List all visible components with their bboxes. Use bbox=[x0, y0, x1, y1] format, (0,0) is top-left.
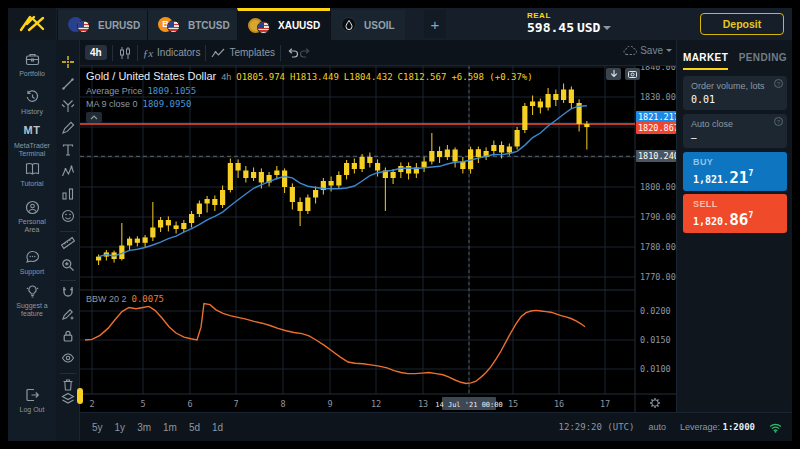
sidebar-item-personal-area[interactable]: Personal Area bbox=[8, 200, 56, 234]
svg-text:7: 7 bbox=[233, 399, 238, 409]
range-1d[interactable]: 1d bbox=[212, 422, 223, 433]
indicator-label: Average Price bbox=[86, 86, 142, 96]
remove-drawings-trash-icon[interactable] bbox=[61, 378, 75, 392]
bbw-label: BBW 20 2 bbox=[86, 294, 127, 304]
pitchfork-tool-icon[interactable] bbox=[61, 99, 75, 113]
indicators-label: Indicators bbox=[157, 47, 200, 58]
sidebar-item-label: History bbox=[8, 108, 56, 116]
sidebar-item-metatrader[interactable]: MT MetaTrader Terminal bbox=[8, 124, 56, 158]
svg-text:13: 13 bbox=[418, 399, 428, 409]
svg-text:1830.000: 1830.000 bbox=[640, 92, 676, 102]
tab-label: EURUSD bbox=[98, 20, 140, 31]
timezone-mode[interactable]: auto bbox=[648, 422, 666, 432]
sidebar-item-label: Tutorial bbox=[8, 180, 56, 188]
sidebar-item-label: Suggest a feature bbox=[11, 302, 53, 318]
text-tool-icon[interactable] bbox=[61, 143, 75, 157]
emoji-tool-icon[interactable] bbox=[61, 209, 75, 223]
indicators-button[interactable]: ƒx Indicators bbox=[143, 47, 201, 59]
svg-text:1820.867: 1820.867 bbox=[638, 123, 676, 133]
svg-text:1770.000: 1770.000 bbox=[640, 272, 676, 282]
oil-drop-icon bbox=[341, 17, 358, 33]
help-icon[interactable]: ? bbox=[774, 117, 783, 126]
tab-eurusd[interactable]: EURUSD bbox=[57, 10, 150, 40]
sidebar-item-label: Portfolio bbox=[8, 70, 56, 78]
ohlc-low: L1804.432 bbox=[344, 72, 393, 82]
tab-usoil[interactable]: USOIL bbox=[330, 10, 405, 40]
tab-xauusd[interactable]: XAUUSD bbox=[237, 8, 330, 40]
connection-signal-icon bbox=[769, 422, 782, 433]
gold-usd-flags-icon bbox=[248, 18, 272, 34]
save-layout-button[interactable]: Save bbox=[623, 45, 672, 56]
sidebar-item-label: Personal Area bbox=[12, 218, 52, 234]
svg-text:5: 5 bbox=[140, 399, 145, 409]
trend-line-tool-icon[interactable] bbox=[61, 77, 75, 91]
templates-button[interactable]: Templates bbox=[211, 47, 275, 59]
indicator-legend-ma9: MA 9 close 0 1809.0950 bbox=[86, 99, 191, 109]
forecast-tool-icon[interactable] bbox=[61, 187, 75, 201]
price-chart-canvas[interactable]: 1840.0001830.0001800.0001790.0001780.000… bbox=[80, 66, 676, 412]
sidebar-nav: Portfolio History MT MetaTrader Terminal… bbox=[8, 40, 56, 441]
sidebar-item-support[interactable]: Support bbox=[8, 250, 56, 276]
brush-tool-icon[interactable] bbox=[61, 121, 75, 135]
tab-pending[interactable]: PENDING bbox=[739, 52, 787, 70]
range-1y[interactable]: 1y bbox=[115, 422, 126, 433]
sidebar-item-history[interactable]: History bbox=[8, 90, 56, 116]
indicator-value: 1809.0950 bbox=[143, 99, 192, 109]
buy-button[interactable]: BUY 1,821.217 bbox=[683, 152, 787, 191]
edit-mode-icon[interactable] bbox=[61, 307, 75, 321]
axis-settings-gear-icon bbox=[650, 398, 660, 408]
hide-drawings-eye-icon[interactable] bbox=[61, 351, 75, 365]
auto-close-field[interactable]: ? Auto close – bbox=[683, 114, 787, 148]
sell-button[interactable]: SELL 1,820.867 bbox=[683, 194, 787, 233]
order-volume-field[interactable]: ? Order volume, lots 0.01 bbox=[683, 76, 787, 110]
pattern-tool-icon[interactable] bbox=[61, 165, 75, 179]
lightbulb-icon bbox=[8, 284, 56, 299]
range-1m[interactable]: 1m bbox=[163, 422, 177, 433]
svg-text:1821.217: 1821.217 bbox=[638, 112, 676, 122]
btc-usd-flags-icon: B bbox=[158, 17, 182, 33]
tab-btcusd[interactable]: B BTCUSD bbox=[147, 10, 240, 40]
crosshair-tool-icon[interactable] bbox=[61, 55, 75, 69]
top-bar: EURUSD B BTCUSD XAUUSD USOIL + REA bbox=[8, 8, 792, 40]
add-instrument-button[interactable]: + bbox=[424, 10, 446, 38]
field-value: 0.01 bbox=[691, 94, 779, 105]
legend-collapse-button[interactable] bbox=[86, 112, 102, 123]
redo-button[interactable] bbox=[299, 46, 312, 59]
chart-type-candles-icon[interactable] bbox=[118, 46, 132, 60]
sidebar-item-logout[interactable]: Log Out bbox=[8, 388, 56, 414]
range-3m[interactable]: 3m bbox=[137, 422, 151, 433]
scroll-to-latest-button[interactable] bbox=[606, 68, 621, 80]
sidebar-item-label: Log Out bbox=[8, 406, 56, 414]
range-5y[interactable]: 5y bbox=[92, 422, 103, 433]
svg-text:2: 2 bbox=[89, 399, 94, 409]
help-icon[interactable]: ? bbox=[774, 79, 783, 88]
sidebar-item-tutorial[interactable]: Tutorial bbox=[8, 162, 56, 188]
account-balance[interactable]: REAL 598.45 USD bbox=[527, 11, 611, 35]
tab-market[interactable]: MARKET bbox=[683, 52, 728, 70]
bbw-indicator-legend: BBW 20 2 0.0075 bbox=[86, 294, 164, 304]
undo-button[interactable] bbox=[286, 46, 299, 59]
app-window: EURUSD B BTCUSD XAUUSD USOIL + REA bbox=[0, 0, 800, 449]
svg-text:17: 17 bbox=[600, 399, 610, 409]
deposit-button[interactable]: Deposit bbox=[700, 13, 784, 35]
exness-logo[interactable] bbox=[8, 8, 56, 40]
clock-utc[interactable]: 12:29:20 (UTC) bbox=[559, 422, 635, 432]
tab-label: XAUUSD bbox=[278, 20, 320, 31]
magnet-tool-icon[interactable] bbox=[61, 285, 75, 299]
templates-icon bbox=[211, 47, 225, 59]
chevron-down-icon bbox=[603, 26, 611, 30]
svg-text:0.0100: 0.0100 bbox=[640, 364, 671, 374]
lock-tool-icon[interactable] bbox=[61, 329, 75, 343]
symbol-title: Gold / United States Dollar bbox=[86, 70, 216, 82]
sell-label: SELL bbox=[693, 199, 777, 209]
sidebar-item-portfolio[interactable]: Portfolio bbox=[8, 52, 56, 78]
screenshot-camera-button[interactable] bbox=[625, 68, 640, 80]
timeframe-button[interactable]: 4h bbox=[85, 45, 107, 60]
ruler-tool-icon[interactable] bbox=[61, 236, 75, 250]
range-5d[interactable]: 5d bbox=[189, 422, 200, 433]
zoom-tool-icon[interactable] bbox=[61, 258, 75, 272]
sidebar-item-suggest-feature[interactable]: Suggest a feature bbox=[8, 284, 56, 318]
fx-icon: ƒx bbox=[143, 47, 153, 59]
chart-quick-actions bbox=[606, 68, 640, 80]
object-tree-layers-icon[interactable] bbox=[61, 392, 75, 406]
